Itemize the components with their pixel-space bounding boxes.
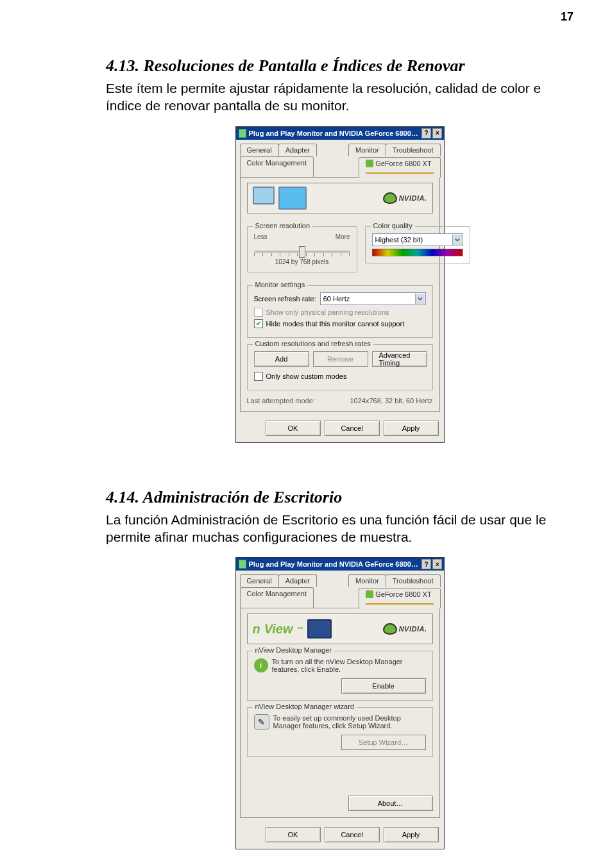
tab-panel: NVIDIA. Screen resolution Less More xyxy=(240,177,440,412)
tab-monitor[interactable]: Monitor xyxy=(348,144,386,156)
res-quality-row: Screen resolution Less More 1024 by 768 … xyxy=(247,220,433,279)
nvidia-brand-text: NVIDIA. xyxy=(399,194,427,202)
close-button[interactable]: × xyxy=(432,128,442,138)
custom-res-buttons: Add Remove Advanced Timing xyxy=(254,351,426,367)
group-legend: Custom resolutions and refresh rates xyxy=(253,340,373,347)
refresh-rate-row: Screen refresh rate: 60 Hertz xyxy=(254,292,426,305)
cancel-button[interactable]: Cancel xyxy=(325,827,380,842)
color-quality-select[interactable]: Highest (32 bit) xyxy=(372,233,463,246)
document-page: 17 4.13. Resoluciones de Pantalla e Índi… xyxy=(0,0,612,868)
tab-troubleshoot[interactable]: Troubleshoot xyxy=(386,144,441,156)
tab-troubleshoot[interactable]: Troubleshoot xyxy=(386,574,441,587)
titlebar[interactable]: Plug and Play Monitor and NVIDIA GeForce… xyxy=(236,558,444,571)
tab-monitor[interactable]: Monitor xyxy=(348,574,386,587)
apply-button[interactable]: Apply xyxy=(384,421,439,436)
label-more: More xyxy=(336,233,350,240)
nvidia-brand-text: NVIDIA. xyxy=(399,625,427,633)
last-attempted-row: Last attempted mode: 1024x768, 32 bit, 6… xyxy=(247,397,433,405)
tab-adapter[interactable]: Adapter xyxy=(278,144,318,156)
help-button[interactable]: ? xyxy=(421,559,431,569)
wizard-btn-row: Setup Wizard… xyxy=(254,735,426,750)
section-414-title: 4.14. Administración de Escritorio xyxy=(106,488,574,507)
monitor-icon xyxy=(307,619,332,638)
help-button[interactable]: ? xyxy=(421,128,431,138)
wizard-description: To easily set up commonly used Desktop M… xyxy=(273,714,426,730)
manager-description: To turn on all the nView Desktop Manager… xyxy=(272,658,426,673)
monitor-icon xyxy=(253,187,275,204)
nvidia-logo: NVIDIA. xyxy=(383,192,427,204)
resolution-value: 1024 by 768 pixels xyxy=(254,258,350,265)
tab-row-top: General Adapter Monitor Troubleshoot xyxy=(236,140,444,156)
tab-accent xyxy=(366,603,433,605)
info-icon: i xyxy=(254,658,268,672)
dialog-413-wrap: Plug and Play Monitor and NVIDIA GeForce… xyxy=(106,126,574,443)
checkbox-label: Only show custom modes xyxy=(266,372,347,380)
ok-button[interactable]: OK xyxy=(266,827,321,842)
tab-general[interactable]: General xyxy=(240,144,279,156)
group-color-quality: Color quality Highest (32 bit) xyxy=(365,226,470,263)
select-value: Highest (32 bit) xyxy=(375,236,423,244)
tab-colormgmt[interactable]: Color Management xyxy=(240,156,314,177)
tab-label: Color Management xyxy=(247,590,307,597)
tab-adapter[interactable]: Adapter xyxy=(278,574,318,587)
tab-colormgmt[interactable]: Color Management xyxy=(240,587,314,608)
tab-geforce[interactable]: GeForce 6800 XT xyxy=(359,157,440,178)
tab-label: Monitor xyxy=(355,577,379,585)
monitor-icon xyxy=(278,187,307,210)
tab-general[interactable]: General xyxy=(240,574,279,587)
tab-label: Troubleshoot xyxy=(393,577,434,585)
group-legend: nView Desktop Manager wizard xyxy=(253,703,357,710)
group-legend: Screen resolution xyxy=(253,222,313,230)
slider-labels: Less More xyxy=(254,233,350,240)
tab-label: GeForce 6800 XT xyxy=(375,590,431,598)
chevron-down-icon xyxy=(452,235,462,245)
tab-label: Adapter xyxy=(285,577,310,585)
dialog-footer: OK Cancel Apply xyxy=(236,822,444,849)
label-less: Less xyxy=(254,233,268,240)
advanced-timing-button[interactable]: Advanced Timing xyxy=(372,351,427,367)
tab-label: Troubleshoot xyxy=(393,146,434,154)
tab-geforce[interactable]: GeForce 6800 XT xyxy=(359,588,440,608)
tab-panel: nnViewView™ NVIDIA. nView Desktop Manage… xyxy=(240,608,440,818)
titlebar[interactable]: Plug and Play Monitor and NVIDIA GeForce… xyxy=(236,127,444,140)
group-screen-resolution: Screen resolution Less More 1024 by 768 … xyxy=(247,226,357,272)
slider-thumb[interactable] xyxy=(299,246,305,258)
resolution-slider[interactable] xyxy=(254,242,350,256)
nview-logo: nnViewView™ xyxy=(253,619,332,638)
remove-button: Remove xyxy=(313,351,368,367)
cancel-button[interactable]: Cancel xyxy=(325,421,380,436)
tab-row-bottom: Color Management GeForce 6800 XT xyxy=(236,156,444,177)
ok-button[interactable]: OK xyxy=(266,421,321,436)
tab-label: Monitor xyxy=(355,146,379,154)
window-icon xyxy=(239,560,246,569)
tab-accent xyxy=(366,172,433,174)
enable-button[interactable]: Enable xyxy=(341,678,426,694)
checkbox-label: Show only physical panning resolutions xyxy=(266,308,389,316)
refresh-rate-select[interactable]: 60 Hertz xyxy=(320,292,426,305)
checkbox-only-custom[interactable]: Only show custom modes xyxy=(254,372,426,381)
tab-row-top: General Adapter Monitor Troubleshoot xyxy=(236,571,444,587)
checkbox-label: Hide modes that this monitor cannot supp… xyxy=(266,320,405,328)
apply-button[interactable]: Apply xyxy=(384,827,439,842)
manager-btn-row: Enable xyxy=(254,678,426,694)
group-legend: Monitor settings xyxy=(253,281,308,288)
checkbox-icon xyxy=(254,372,263,381)
nvidia-tab-icon xyxy=(366,160,373,167)
add-button[interactable]: Add xyxy=(254,351,309,367)
checkbox-show-panning: Show only physical panning resolutions xyxy=(254,308,426,317)
group-legend: nView Desktop Manager xyxy=(253,646,335,654)
about-button[interactable]: About… xyxy=(348,796,433,811)
manager-desc-row: i To turn on all the nView Desktop Manag… xyxy=(254,658,426,673)
close-button[interactable]: × xyxy=(432,559,442,569)
checkbox-hide-modes[interactable]: ✔ Hide modes that this monitor cannot su… xyxy=(254,319,426,328)
chevron-down-icon xyxy=(415,294,425,304)
group-monitor-settings: Monitor settings Screen refresh rate: 60… xyxy=(247,285,433,338)
dialog-413: Plug and Play Monitor and NVIDIA GeForce… xyxy=(235,126,445,443)
page-number: 17 xyxy=(561,10,574,24)
setup-wizard-button: Setup Wizard… xyxy=(341,735,426,750)
tab-label: General xyxy=(247,146,272,154)
section-413-title: 4.13. Resoluciones de Pantalla e Índices… xyxy=(106,56,574,76)
panel-banner: nnViewView™ NVIDIA. xyxy=(247,613,433,644)
last-attempted-label: Last attempted mode: xyxy=(247,397,315,405)
nvidia-logo: NVIDIA. xyxy=(383,623,427,635)
